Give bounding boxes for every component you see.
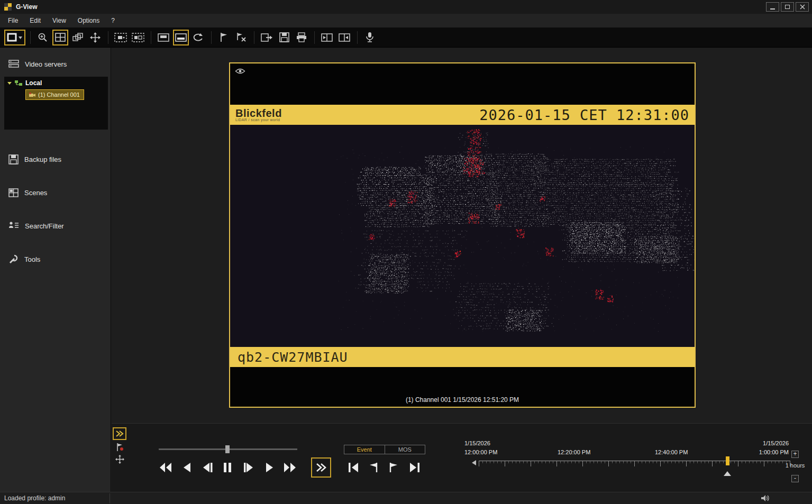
speed-slider-thumb[interactable] — [225, 445, 230, 453]
sidebar-item-scenes[interactable]: Scenes — [0, 186, 111, 199]
search-filter-icon — [8, 221, 19, 231]
split-view-right-button[interactable] — [336, 30, 352, 45]
flag-icon — [220, 32, 228, 42]
menu-edit[interactable]: Edit — [24, 14, 47, 27]
visibility-eye-icon[interactable] — [235, 68, 245, 75]
brand-logo: Blickfeld — [235, 108, 282, 118]
microphone-button[interactable] — [362, 30, 378, 45]
previous-flag-icon — [368, 462, 379, 473]
backup-files-icon — [8, 154, 19, 164]
screen-layout-button[interactable] — [4, 30, 25, 45]
mini-fast-playback-button[interactable] — [113, 427, 126, 440]
rotate-view-button[interactable] — [190, 30, 206, 45]
split-view-left-button[interactable] — [319, 30, 335, 45]
grid-2x2-icon — [55, 33, 66, 42]
fast-playback-button[interactable] — [311, 457, 331, 478]
collapse-caret-icon[interactable] — [7, 82, 12, 85]
save-icon — [279, 32, 289, 42]
fast-playback-icon — [115, 430, 124, 437]
fast-forward-button[interactable] — [280, 459, 299, 476]
flag-clear-icon — [236, 32, 247, 42]
sidebar-item-video-servers[interactable]: Video servers — [0, 57, 111, 71]
tab-mos[interactable]: MOS — [385, 445, 425, 454]
maximize-button[interactable] — [781, 2, 794, 12]
server-tree: Local (1) Channel 001 — [4, 77, 108, 130]
tree-node-local[interactable]: Local — [7, 79, 42, 87]
status-bar: Loaded profile: admin — [0, 492, 812, 504]
timeline-zoom-out-button[interactable]: - — [791, 475, 799, 482]
menu-file[interactable]: File — [2, 14, 24, 27]
toolbar — [0, 28, 812, 48]
step-forward-button[interactable] — [240, 459, 257, 476]
sidebar-item-search-filter[interactable]: Search/Filter — [0, 219, 111, 233]
screen-layout-icon — [7, 33, 23, 42]
step-backward-icon — [202, 462, 213, 473]
sidebar-item-backup-files[interactable]: Backup files — [0, 152, 111, 166]
pause-icon — [223, 462, 232, 473]
monitor-infobar-button[interactable] — [173, 30, 189, 45]
skip-to-start-icon — [348, 462, 359, 473]
mini-pan-button[interactable] — [114, 453, 125, 465]
rewind-button[interactable] — [156, 459, 175, 476]
export-frame-button[interactable] — [259, 30, 275, 45]
tree-local-label: Local — [25, 79, 42, 87]
close-button[interactable] — [796, 2, 809, 12]
search-filter-label: Search/Filter — [25, 222, 64, 230]
status-profile: Loaded profile: admin — [0, 494, 65, 502]
timeline-range-label: 1 hours — [782, 462, 808, 469]
monitor-view-button[interactable] — [156, 30, 171, 45]
timeline-scroll-left-icon[interactable] — [472, 460, 476, 465]
timeline-ruler[interactable] — [479, 460, 790, 467]
pause-button[interactable] — [219, 459, 236, 476]
play-button[interactable] — [261, 459, 277, 476]
sidebar-item-tools[interactable]: Tools — [0, 252, 111, 266]
skip-to-start-button[interactable] — [345, 459, 362, 476]
flag-clear-button[interactable] — [233, 30, 249, 45]
timeline-end-time: 1:00:00 PM — [749, 449, 789, 455]
camera-sequence-b-icon — [132, 33, 144, 42]
minimize-button[interactable] — [766, 2, 779, 12]
timeline-position-pointer[interactable] — [724, 471, 731, 476]
device-id: qb2-CW27MBIAU — [238, 350, 348, 365]
brand-tagline: LiDAR / scan your world — [235, 118, 282, 122]
next-flag-button[interactable] — [385, 459, 402, 476]
print-button[interactable] — [294, 30, 309, 45]
tab-event[interactable]: Event — [344, 445, 385, 454]
pan-arrows-button[interactable] — [87, 30, 103, 45]
speed-slider[interactable] — [159, 448, 297, 450]
scenes-label: Scenes — [24, 189, 47, 197]
zoom-button[interactable] — [35, 30, 51, 45]
fast-forward-icon — [283, 462, 297, 473]
lidar-view[interactable] — [230, 125, 695, 347]
timeline-zoom-in-button[interactable]: + — [791, 451, 799, 458]
close-icon — [800, 4, 805, 10]
mini-flag-button[interactable] — [114, 441, 125, 453]
play-backward-button[interactable] — [179, 459, 195, 476]
tree-node-channel-001[interactable]: (1) Channel 001 — [25, 89, 84, 100]
flag-button[interactable] — [216, 30, 232, 45]
camera-sequence-b-button[interactable] — [130, 30, 146, 45]
speaker-icon[interactable] — [761, 494, 770, 502]
timeline-tick-1: 12:20:00 PM — [558, 449, 590, 455]
camera-sequence-a-button[interactable] — [113, 30, 129, 45]
camera-sequence-a-icon — [114, 33, 127, 42]
step-backward-button[interactable] — [199, 459, 216, 476]
save-button[interactable] — [276, 30, 292, 45]
tools-icon — [8, 254, 19, 264]
menu-options[interactable]: Options — [72, 14, 105, 27]
skip-to-end-button[interactable] — [406, 459, 423, 476]
menu-view[interactable]: View — [47, 14, 72, 27]
lidar-point-cloud — [230, 125, 695, 347]
grid-2x2-button[interactable] — [52, 30, 68, 45]
timeline-position-marker[interactable] — [726, 456, 729, 465]
menu-help[interactable]: ? — [105, 14, 121, 27]
scenes-icon — [8, 188, 19, 197]
lidar-timestamp: 2026-01-15 CET 12:31:00 — [479, 107, 689, 123]
split-view-left-icon — [321, 33, 333, 42]
previous-flag-button[interactable] — [365, 459, 382, 476]
video-tile[interactable]: Blickfeld LiDAR / scan your world 2026-0… — [229, 62, 696, 408]
cascade-windows-button[interactable] — [70, 30, 86, 45]
menu-bar: File Edit View Options ? — [0, 14, 812, 28]
play-icon — [264, 462, 274, 473]
next-flag-icon — [388, 462, 399, 473]
